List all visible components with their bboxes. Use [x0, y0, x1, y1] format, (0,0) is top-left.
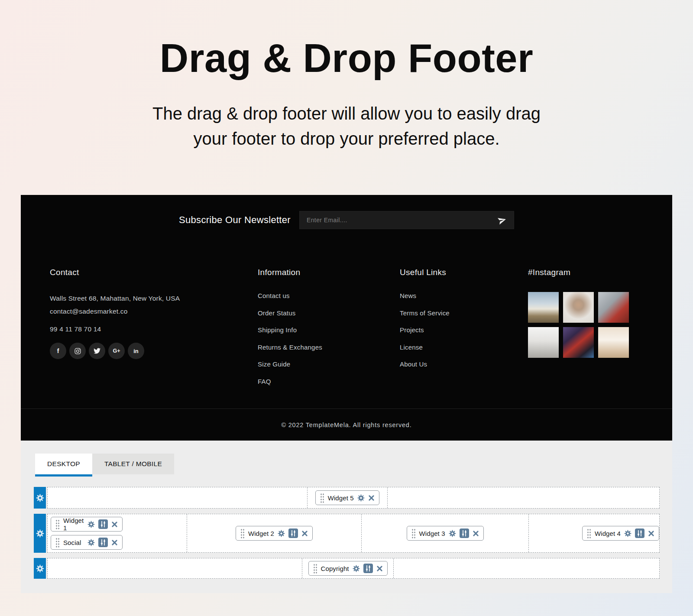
drag-handle-icon[interactable]: [587, 528, 591, 538]
drag-handle-icon[interactable]: [411, 528, 416, 538]
row-settings-handle[interactable]: [34, 487, 46, 509]
instagram-photo-girl-glasses[interactable]: [563, 292, 594, 323]
gear-icon[interactable]: [87, 521, 95, 528]
useful-links: News Terms of Service Projects License A…: [400, 292, 450, 368]
facebook-button[interactable]: f: [50, 343, 66, 359]
footer-link[interactable]: About Us: [400, 360, 427, 368]
widget-chip-widget5[interactable]: Widget 5: [315, 490, 379, 505]
instagram-button[interactable]: [69, 343, 86, 359]
copyright-bar: © 2022 TemplateMela. All rights reserved…: [21, 409, 672, 441]
remove-icon[interactable]: [368, 495, 375, 501]
paper-plane-icon: [496, 214, 508, 226]
remove-icon[interactable]: [473, 530, 479, 537]
remove-icon[interactable]: [376, 565, 383, 572]
hero-section: Drag & Drop Footer The drag & drop foote…: [0, 0, 693, 151]
instagram-photo-bedroom[interactable]: [528, 327, 559, 358]
subtitle-line-2: your footer to drop your preferred place…: [0, 126, 693, 151]
footer-link[interactable]: FAQ: [258, 378, 271, 385]
list-item: Order Status: [258, 309, 322, 317]
widget-chip-copyright[interactable]: Copyright: [308, 561, 388, 576]
widget-chip-label: Widget 5: [328, 494, 354, 502]
footer-link[interactable]: Projects: [400, 326, 424, 334]
contact-phone[interactable]: 99 4 11 78 70 14: [50, 325, 180, 333]
builder-column: Widget 5: [307, 487, 387, 508]
builder-row-body: Copyright: [47, 558, 660, 579]
google-plus-button[interactable]: G+: [108, 343, 125, 359]
contact-address: Walls Street 68, Mahattan, New York, USA: [50, 292, 180, 305]
instagram-photo-biker[interactable]: [528, 292, 559, 323]
drag-handle-icon[interactable]: [313, 564, 317, 574]
drag-handle-icon[interactable]: [240, 528, 245, 538]
footer-link[interactable]: Returns & Exchanges: [258, 344, 322, 351]
row-settings-handle[interactable]: [34, 558, 46, 579]
layout-sliders-icon[interactable]: [363, 564, 373, 573]
footer-link[interactable]: License: [400, 344, 423, 351]
gear-icon[interactable]: [357, 494, 365, 502]
list-item: News: [400, 292, 450, 300]
gear-icon[interactable]: [353, 565, 360, 572]
tab-desktop[interactable]: DESKTOP: [35, 454, 92, 477]
newsletter-label: Subscribe Our Newsletter: [179, 214, 291, 226]
remove-icon[interactable]: [111, 521, 118, 528]
widget-chip-label: Widget 3: [419, 530, 445, 537]
instagram-icon: [74, 347, 81, 355]
contact-email[interactable]: contact@sadesmarket.co: [50, 305, 180, 318]
footer-builder-panel: DESKTOP TABLET / MOBILE: [21, 441, 672, 593]
footer-column-instagram: #Instagram: [528, 268, 629, 358]
builder-column: [393, 558, 659, 578]
layout-sliders-icon[interactable]: [98, 519, 108, 529]
copyright-text: © 2022 TemplateMela. All rights reserved…: [281, 421, 411, 428]
instagram-photo-wedding[interactable]: [598, 327, 629, 358]
instagram-photo-mechanic[interactable]: [598, 292, 629, 323]
builder-column: Copyright: [302, 558, 393, 578]
widget-chip-social[interactable]: Social: [51, 535, 123, 550]
gear-icon[interactable]: [449, 530, 456, 537]
twitter-button[interactable]: [89, 343, 105, 359]
layout-sliders-icon[interactable]: [460, 528, 469, 538]
widget-chip-widget2[interactable]: Widget 2: [236, 526, 313, 541]
layout-sliders-icon[interactable]: [288, 528, 298, 538]
footer-link[interactable]: Terms of Service: [400, 309, 450, 317]
builder-tabs: DESKTOP TABLET / MOBILE: [35, 454, 174, 477]
instagram-photo-firefighter[interactable]: [563, 327, 594, 358]
linkedin-icon: in: [133, 348, 139, 354]
footer-link[interactable]: Contact us: [258, 292, 290, 299]
list-item: Terms of Service: [400, 309, 450, 317]
linkedin-button[interactable]: in: [128, 343, 144, 359]
subtitle-line-1: The drag & drop footer will allow you to…: [0, 101, 693, 126]
footer-preview: Subscribe Our Newsletter Contact Walls S…: [21, 195, 672, 441]
widget-chip-widget3[interactable]: Widget 3: [407, 526, 484, 541]
gear-icon[interactable]: [87, 539, 95, 546]
remove-icon[interactable]: [301, 530, 308, 537]
list-item: Returns & Exchanges: [258, 344, 322, 351]
tab-tablet-mobile[interactable]: TABLET / MOBILE: [92, 454, 174, 474]
builder-column: [387, 487, 659, 508]
email-input[interactable]: [307, 217, 498, 224]
widget-chip-label: Social: [63, 539, 84, 546]
gear-icon[interactable]: [278, 530, 285, 537]
widget-chip-label: Copyright: [321, 565, 349, 572]
drag-handle-icon[interactable]: [55, 519, 60, 529]
gear-icon[interactable]: [624, 530, 631, 537]
footer-link[interactable]: Order Status: [258, 309, 295, 317]
layout-sliders-icon[interactable]: [635, 528, 644, 538]
layout-sliders-icon[interactable]: [98, 538, 108, 547]
footer-link[interactable]: News: [400, 292, 416, 299]
footer-column-information: Information Contact us Order Status Ship…: [258, 268, 322, 395]
widget-chip-widget1[interactable]: Widget 1: [51, 517, 123, 532]
builder-row-middle: Widget 1 Social: [34, 514, 660, 553]
footer-link[interactable]: Size Guide: [258, 360, 290, 368]
row-settings-handle[interactable]: [34, 514, 46, 553]
list-item: FAQ: [258, 378, 322, 386]
remove-icon[interactable]: [648, 530, 654, 537]
useful-links-heading: Useful Links: [400, 268, 450, 277]
drag-handle-icon[interactable]: [320, 493, 324, 503]
builder-row-top: Widget 5: [34, 487, 660, 509]
widget-chip-widget4[interactable]: Widget 4: [582, 526, 659, 541]
send-button[interactable]: [498, 216, 507, 225]
drag-handle-icon[interactable]: [55, 538, 60, 548]
footer-link[interactable]: Shipping Info: [258, 326, 297, 334]
list-item: Contact us: [258, 292, 322, 300]
newsletter-bar: Subscribe Our Newsletter: [21, 195, 672, 245]
remove-icon[interactable]: [111, 539, 118, 546]
